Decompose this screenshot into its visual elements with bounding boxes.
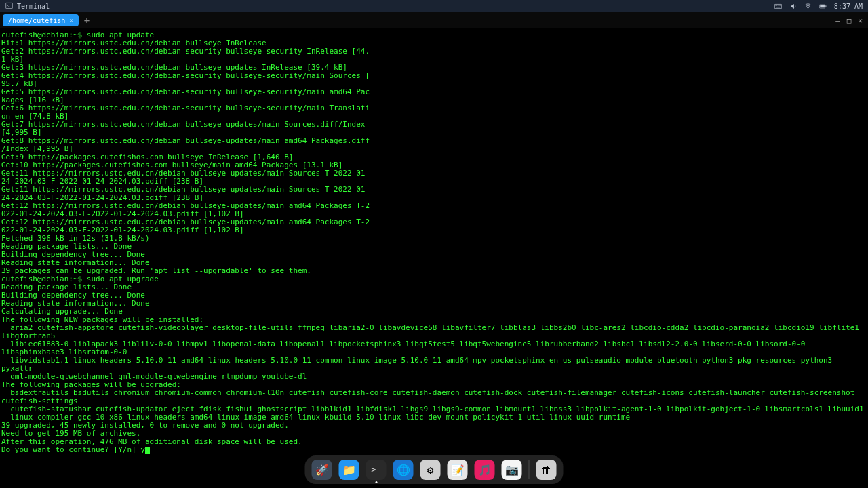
tab-home[interactable]: /home/cutefish × [3,14,79,26]
app-name[interactable]: Terminal [17,3,50,10]
keyboard-icon[interactable] [774,2,783,10]
dock-separator [529,460,530,479]
window-minimize-icon[interactable]: — [835,16,840,25]
dock-notes-icon[interactable]: 📝 [448,460,468,480]
dock-files-icon[interactable]: 📁 [339,460,359,480]
new-tab-button[interactable]: + [81,15,92,26]
svg-rect-2 [775,4,782,8]
system-topbar: Terminal 8:37 AM [0,0,868,12]
dock-launcher-icon[interactable]: 🚀 [312,460,332,480]
cursor [145,447,150,454]
dock-music-icon[interactable]: 🎵 [475,460,495,480]
wifi-icon[interactable] [804,2,812,10]
svg-rect-4 [776,5,777,5]
svg-point-9 [808,8,808,9]
dock: 🚀📁>_🌐⚙📝🎵📷🗑 [305,455,564,484]
svg-rect-5 [778,5,778,5]
terminal-output[interactable]: cutefish@debian:~$ sudo apt update Hit:1… [0,28,868,457]
terminal-menubar-icon [5,2,13,11]
tab-bar: /home/cutefish × + — □ ✕ [0,12,868,28]
svg-rect-11 [826,5,827,7]
tab-close-icon[interactable]: × [69,17,73,24]
volume-icon[interactable] [789,2,797,10]
dock-settings-icon[interactable]: ⚙ [420,460,441,480]
dock-trash-icon[interactable]: 🗑 [536,460,557,480]
svg-rect-3 [776,5,776,5]
dock-terminal-icon[interactable]: >_ [366,460,387,480]
dock-browser-icon[interactable]: 🌐 [393,460,414,480]
svg-rect-7 [781,5,781,5]
window-maximize-icon[interactable]: □ [847,16,852,25]
dock-active-indicator [375,481,377,483]
clock[interactable]: 8:37 AM [834,3,863,10]
window-close-icon[interactable]: ✕ [858,16,863,25]
svg-rect-8 [776,7,781,7]
dock-camera-icon[interactable]: 📷 [502,460,522,480]
svg-rect-12 [821,5,825,7]
battery-icon[interactable] [819,2,827,10]
tab-label: /home/cutefish [8,17,65,24]
svg-rect-6 [779,5,780,5]
terminal-window: /home/cutefish × + — □ ✕ cutefish@debian… [0,12,868,488]
svg-rect-0 [6,3,13,8]
